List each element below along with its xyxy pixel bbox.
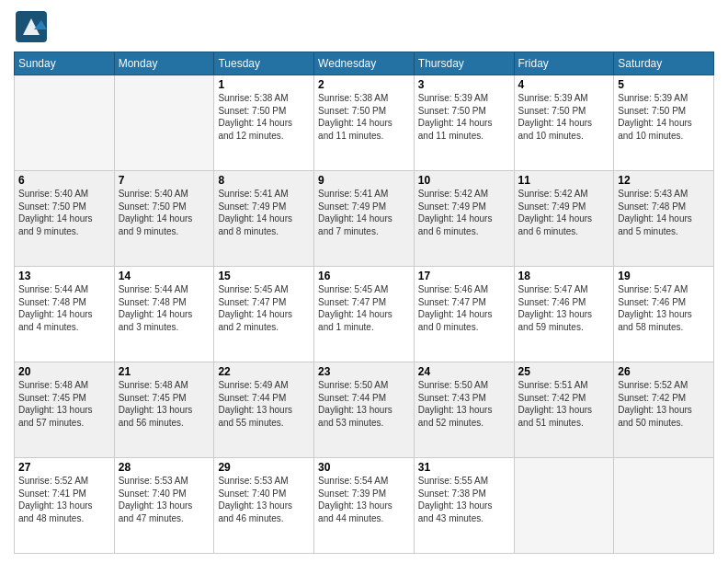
day-number: 3 [418,78,510,91]
day-number: 4 [518,78,610,91]
day-number: 6 [18,174,110,187]
day-info: Sunrise: 5:48 AM Sunset: 7:45 PM Dayligh… [18,379,110,429]
col-monday: Monday [114,52,214,75]
calendar-week-row: 13Sunrise: 5:44 AM Sunset: 7:48 PM Dayli… [15,267,714,362]
day-info: Sunrise: 5:45 AM Sunset: 7:47 PM Dayligh… [218,283,310,333]
day-number: 14 [119,270,210,282]
calendar-cell: 4Sunrise: 5:39 AM Sunset: 7:50 PM Daylig… [514,75,614,171]
col-friday: Friday [514,52,614,75]
day-number: 11 [518,174,610,187]
calendar-cell: 5Sunrise: 5:39 AM Sunset: 7:50 PM Daylig… [614,75,714,171]
day-info: Sunrise: 5:38 AM Sunset: 7:50 PM Dayligh… [218,92,310,142]
day-info: Sunrise: 5:55 AM Sunset: 7:38 PM Dayligh… [418,475,510,524]
day-number: 5 [618,78,710,91]
day-info: Sunrise: 5:51 AM Sunset: 7:42 PM Dayligh… [518,379,610,429]
header [14,9,714,44]
logo [14,9,49,44]
day-number: 12 [618,174,710,187]
calendar-header-row: Sunday Monday Tuesday Wednesday Thursday… [15,52,714,75]
calendar-week-row: 27Sunrise: 5:52 AM Sunset: 7:41 PM Dayli… [15,458,714,554]
day-info: Sunrise: 5:41 AM Sunset: 7:49 PM Dayligh… [318,188,410,237]
calendar-cell: 14Sunrise: 5:44 AM Sunset: 7:48 PM Dayli… [114,267,214,362]
day-info: Sunrise: 5:50 AM Sunset: 7:43 PM Dayligh… [418,379,510,429]
day-info: Sunrise: 5:48 AM Sunset: 7:45 PM Dayligh… [119,379,210,429]
calendar-cell [15,75,115,171]
calendar-cell: 19Sunrise: 5:47 AM Sunset: 7:46 PM Dayli… [614,267,714,362]
day-number: 17 [418,270,510,282]
day-info: Sunrise: 5:41 AM Sunset: 7:49 PM Dayligh… [218,188,310,237]
calendar-week-row: 1Sunrise: 5:38 AM Sunset: 7:50 PM Daylig… [15,75,714,171]
col-sunday: Sunday [15,52,115,75]
day-info: Sunrise: 5:39 AM Sunset: 7:50 PM Dayligh… [418,92,510,142]
day-info: Sunrise: 5:52 AM Sunset: 7:42 PM Dayligh… [618,379,710,429]
calendar-cell: 22Sunrise: 5:49 AM Sunset: 7:44 PM Dayli… [214,362,314,458]
day-number: 28 [119,461,210,474]
calendar-cell: 23Sunrise: 5:50 AM Sunset: 7:44 PM Dayli… [314,362,415,458]
calendar-cell: 12Sunrise: 5:43 AM Sunset: 7:48 PM Dayli… [614,171,714,267]
col-wednesday: Wednesday [314,52,415,75]
calendar-cell: 29Sunrise: 5:53 AM Sunset: 7:40 PM Dayli… [214,458,314,554]
day-number: 24 [418,365,510,378]
day-info: Sunrise: 5:39 AM Sunset: 7:50 PM Dayligh… [618,92,710,142]
day-info: Sunrise: 5:39 AM Sunset: 7:50 PM Dayligh… [518,92,610,142]
day-number: 27 [18,461,110,474]
day-number: 29 [218,461,310,474]
day-info: Sunrise: 5:52 AM Sunset: 7:41 PM Dayligh… [18,475,110,524]
day-number: 16 [318,270,410,282]
day-info: Sunrise: 5:42 AM Sunset: 7:49 PM Dayligh… [518,188,610,237]
day-info: Sunrise: 5:44 AM Sunset: 7:48 PM Dayligh… [18,283,110,333]
calendar-cell: 13Sunrise: 5:44 AM Sunset: 7:48 PM Dayli… [15,267,115,362]
calendar-cell: 27Sunrise: 5:52 AM Sunset: 7:41 PM Dayli… [15,458,115,554]
calendar-cell: 31Sunrise: 5:55 AM Sunset: 7:38 PM Dayli… [414,458,514,554]
day-info: Sunrise: 5:53 AM Sunset: 7:40 PM Dayligh… [218,475,310,524]
calendar-cell: 25Sunrise: 5:51 AM Sunset: 7:42 PM Dayli… [514,362,614,458]
page: Sunday Monday Tuesday Wednesday Thursday… [0,0,728,563]
day-number: 9 [318,174,410,187]
day-number: 21 [119,365,210,378]
calendar-week-row: 20Sunrise: 5:48 AM Sunset: 7:45 PM Dayli… [15,362,714,458]
day-number: 1 [218,78,310,91]
day-number: 30 [318,461,410,474]
day-info: Sunrise: 5:44 AM Sunset: 7:48 PM Dayligh… [119,283,210,333]
calendar-cell: 20Sunrise: 5:48 AM Sunset: 7:45 PM Dayli… [15,362,115,458]
day-number: 10 [418,174,510,187]
day-number: 2 [318,78,410,91]
col-saturday: Saturday [614,52,714,75]
day-number: 25 [518,365,610,378]
calendar-cell [614,458,714,554]
calendar-cell [514,458,614,554]
calendar-cell: 15Sunrise: 5:45 AM Sunset: 7:47 PM Dayli… [214,267,314,362]
day-info: Sunrise: 5:40 AM Sunset: 7:50 PM Dayligh… [18,188,110,237]
day-number: 15 [218,270,310,282]
day-info: Sunrise: 5:47 AM Sunset: 7:46 PM Dayligh… [518,283,610,333]
day-number: 31 [418,461,510,474]
day-number: 26 [618,365,710,378]
day-number: 18 [518,270,610,282]
col-tuesday: Tuesday [214,52,314,75]
calendar-cell: 24Sunrise: 5:50 AM Sunset: 7:43 PM Dayli… [414,362,514,458]
calendar-cell: 1Sunrise: 5:38 AM Sunset: 7:50 PM Daylig… [214,75,314,171]
calendar-cell: 21Sunrise: 5:48 AM Sunset: 7:45 PM Dayli… [114,362,214,458]
day-info: Sunrise: 5:40 AM Sunset: 7:50 PM Dayligh… [119,188,210,237]
calendar-cell: 10Sunrise: 5:42 AM Sunset: 7:49 PM Dayli… [414,171,514,267]
day-number: 22 [218,365,310,378]
day-info: Sunrise: 5:43 AM Sunset: 7:48 PM Dayligh… [618,188,710,237]
calendar-cell: 11Sunrise: 5:42 AM Sunset: 7:49 PM Dayli… [514,171,614,267]
day-info: Sunrise: 5:38 AM Sunset: 7:50 PM Dayligh… [318,92,410,142]
calendar: Sunday Monday Tuesday Wednesday Thursday… [14,52,714,554]
day-info: Sunrise: 5:54 AM Sunset: 7:39 PM Dayligh… [318,475,410,524]
calendar-cell: 30Sunrise: 5:54 AM Sunset: 7:39 PM Dayli… [314,458,415,554]
calendar-cell: 7Sunrise: 5:40 AM Sunset: 7:50 PM Daylig… [114,171,214,267]
calendar-cell: 6Sunrise: 5:40 AM Sunset: 7:50 PM Daylig… [15,171,115,267]
calendar-cell: 17Sunrise: 5:46 AM Sunset: 7:47 PM Dayli… [414,267,514,362]
calendar-cell: 18Sunrise: 5:47 AM Sunset: 7:46 PM Dayli… [514,267,614,362]
day-info: Sunrise: 5:42 AM Sunset: 7:49 PM Dayligh… [418,188,510,237]
calendar-week-row: 6Sunrise: 5:40 AM Sunset: 7:50 PM Daylig… [15,171,714,267]
day-info: Sunrise: 5:50 AM Sunset: 7:44 PM Dayligh… [318,379,410,429]
calendar-cell: 3Sunrise: 5:39 AM Sunset: 7:50 PM Daylig… [414,75,514,171]
calendar-cell: 26Sunrise: 5:52 AM Sunset: 7:42 PM Dayli… [614,362,714,458]
calendar-cell: 16Sunrise: 5:45 AM Sunset: 7:47 PM Dayli… [314,267,415,362]
calendar-cell: 2Sunrise: 5:38 AM Sunset: 7:50 PM Daylig… [314,75,415,171]
day-number: 23 [318,365,410,378]
calendar-cell: 28Sunrise: 5:53 AM Sunset: 7:40 PM Dayli… [114,458,214,554]
